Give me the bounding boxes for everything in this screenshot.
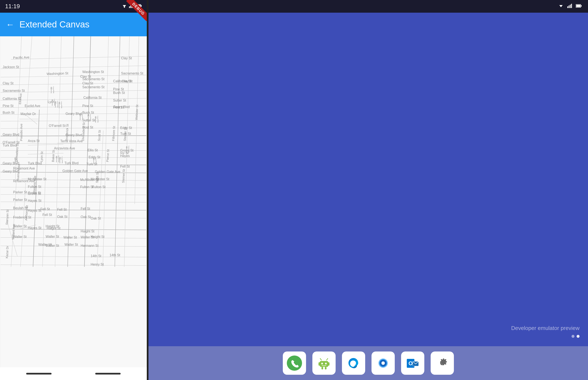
svg-text:Turk Blvd: Turk Blvd — [28, 161, 42, 165]
status-time: 11:19 — [5, 3, 20, 10]
restaurant-pin-11: 🍴 — [57, 156, 65, 164]
svg-text:Fell St: Fell St — [42, 213, 52, 217]
app-bar-title: Extended Canvas — [20, 19, 90, 30]
svg-text:🍴: 🍴 — [91, 157, 99, 164]
desktop-wifi-icon — [558, 3, 564, 9]
svg-text:McAllister St: McAllister St — [91, 177, 109, 181]
map-container[interactable]: Pacific Ave Jackson St Washington St Cla… — [0, 36, 147, 367]
svg-text:Geary Blvd: Geary Blvd — [3, 133, 19, 136]
svg-text:Sacramento St: Sacramento St — [82, 85, 105, 89]
svg-text:Ellis St: Ellis St — [87, 148, 98, 152]
svg-text:Haight St: Haight St — [91, 235, 105, 239]
desktop-status-bar — [148, 0, 588, 13]
back-button[interactable]: ← — [6, 20, 14, 29]
restaurant-pin-6: 🍴 — [86, 113, 94, 121]
screen-record-icon-button[interactable] — [372, 351, 395, 375]
svg-text:Fell St: Fell St — [57, 208, 67, 211]
svg-text:🍴: 🍴 — [78, 113, 86, 120]
svg-text:Geary Blvd: Geary Blvd — [113, 105, 130, 109]
svg-text:Fell St: Fell St — [81, 207, 90, 210]
svg-text:Waller St: Waller St — [46, 244, 59, 247]
svg-text:Fulton St: Fulton St — [92, 185, 106, 189]
restaurant-pin-7: 🍴 — [93, 115, 101, 123]
dot-2 — [577, 335, 580, 338]
svg-text:Haight St: Haight St — [81, 229, 95, 233]
svg-text:Bush St: Bush St — [3, 111, 15, 114]
svg-text:Sutter St: Sutter St — [113, 99, 126, 102]
svg-text:Bush St: Bush St — [113, 91, 125, 95]
svg-rect-188 — [570, 5, 571, 8]
svg-text:Hayes: Hayes — [120, 154, 130, 158]
svg-text:Fell St: Fell St — [120, 165, 130, 168]
svg-point-196 — [321, 363, 323, 364]
svg-text:Sacramento St: Sacramento St — [82, 77, 105, 81]
svg-text:Washington St: Washington St — [46, 71, 68, 76]
restaurant-pin-1: 🍴 — [49, 86, 57, 94]
svg-rect-192 — [576, 5, 580, 7]
svg-text:Golden Gate Ave: Golden Gate Ave — [62, 169, 88, 173]
svg-text:Anzavista Ave: Anzavista Ave — [54, 147, 75, 150]
settings-icon-button[interactable] — [431, 351, 454, 375]
svg-text:Waller St: Waller St — [64, 243, 78, 246]
svg-text:Jackson St: Jackson St — [3, 65, 19, 69]
svg-text:🍴: 🍴 — [57, 156, 65, 164]
svg-text:Clay St: Clay St — [3, 81, 14, 85]
svg-rect-186 — [567, 6, 568, 8]
svg-rect-200 — [318, 362, 320, 366]
svg-text:Frederick St: Frederick St — [13, 216, 31, 219]
debug-label: DEBUG — [126, 0, 147, 21]
svg-text:🍴: 🍴 — [57, 101, 65, 109]
svg-text:Rosamont Ave: Rosamont Ave — [13, 167, 35, 170]
android-panel: 11:19 — [0, 0, 147, 380]
svg-text:Parker St: Parker St — [13, 198, 27, 202]
svg-text:Oak St: Oak St — [91, 217, 101, 220]
svg-text:O'Farrell St: O'Farrell St — [49, 124, 66, 128]
svg-text:Turk Blvd: Turk Blvd — [3, 144, 17, 147]
debug-banner: DEBUG — [126, 0, 147, 21]
svg-text:California St: California St — [3, 97, 21, 100]
svg-text:Scott St: Scott St — [97, 130, 101, 141]
svg-text:California St: California St — [83, 96, 102, 99]
svg-text:Pierce St: Pierce St — [106, 149, 110, 162]
svg-text:🍴: 🍴 — [49, 86, 57, 94]
svg-text:🍴: 🍴 — [93, 115, 101, 123]
svg-point-193 — [287, 356, 302, 371]
svg-text:Sacramento St: Sacramento St — [3, 89, 25, 93]
svg-rect-189 — [571, 4, 572, 8]
outlook-icon-button[interactable]: O — [401, 351, 424, 375]
svg-rect-187 — [568, 5, 569, 8]
svg-text:14th St: 14th St — [91, 254, 101, 258]
svg-line-21 — [1, 143, 146, 144]
developer-preview-label: Developer emulator preview — [511, 325, 580, 331]
svg-text:14th St: 14th St — [110, 253, 120, 257]
restaurant-pin-9: 🍴 — [12, 156, 20, 164]
svg-text:Terra Vista Ave: Terra Vista Ave — [60, 139, 83, 143]
svg-rect-203 — [325, 367, 327, 369]
svg-text:Hayes St: Hayes St — [28, 226, 42, 230]
svg-rect-202 — [321, 367, 323, 369]
svg-text:🍴: 🍴 — [12, 156, 20, 164]
edge-browser-icon-button[interactable] — [342, 351, 365, 375]
svg-text:Rosamont Ave: Rosamont Ave — [13, 179, 35, 183]
svg-text:Waller St: Waller St — [63, 236, 77, 239]
svg-text:Anza St: Anza St — [28, 139, 40, 143]
dot-1 — [571, 335, 574, 338]
panel-divider — [147, 0, 148, 380]
desktop-wallpaper: Developer emulator preview — [148, 13, 588, 346]
desktop-signal-icon — [567, 3, 572, 9]
svg-text:O: O — [408, 360, 412, 366]
svg-text:Euclid Ave: Euclid Ave — [25, 104, 40, 108]
desktop-status-icons — [558, 3, 582, 9]
android-robot-icon-button[interactable] — [312, 351, 336, 375]
svg-text:Waller St: Waller St — [46, 235, 59, 238]
phone-icon-button[interactable] — [283, 351, 306, 375]
map-svg: Pacific Ave Jackson St Washington St Cla… — [0, 36, 147, 367]
svg-text:Parker St: Parker St — [13, 190, 27, 194]
svg-text:Oak St: Oak St — [81, 215, 91, 219]
svg-text:Fulton St: Fulton St — [80, 185, 94, 189]
svg-text:Lyon St: Lyon St — [40, 151, 44, 162]
taskbar: O — [148, 346, 588, 380]
svg-text:Henry St: Henry St — [91, 263, 104, 266]
svg-text:Hayes St: Hayes St — [28, 199, 42, 202]
svg-text:Beulah St: Beulah St — [13, 206, 28, 210]
